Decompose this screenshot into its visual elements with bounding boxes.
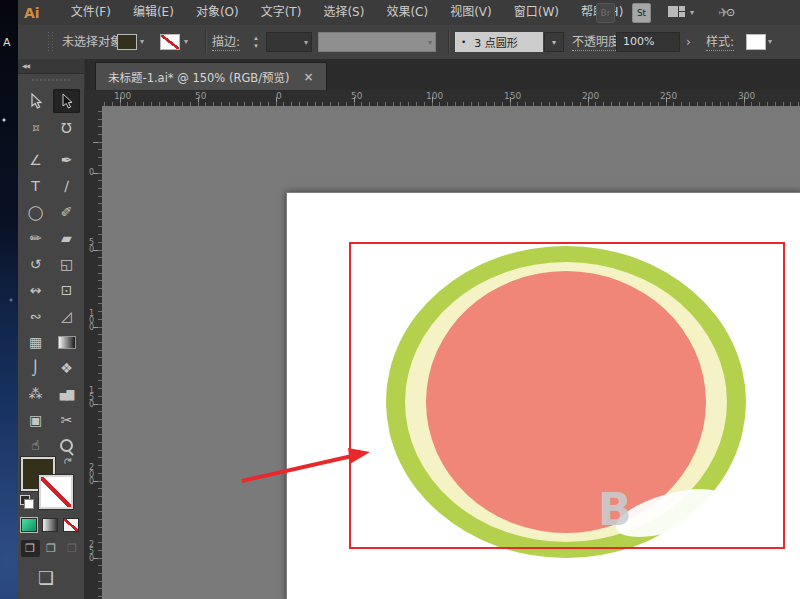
stroke-chevron-icon[interactable]: ▾ [184, 37, 188, 46]
stock-badge-icon[interactable]: St [632, 3, 651, 23]
column-graph-tool[interactable]: ▅▇ [53, 382, 80, 406]
tools-panel: ◀◀ ✧ Ω ∠ ✒ T ∕ ◯ [18, 59, 85, 599]
line-icon: ∕ [64, 178, 69, 194]
eraser-tool[interactable]: ▰ [53, 226, 80, 250]
mesh-icon: ▦ [29, 334, 42, 350]
brush-chevron-button[interactable]: ▾ [544, 32, 564, 52]
perspective-grid-tool[interactable]: ◿ [53, 304, 80, 328]
stroke-weight-stepper[interactable]: ▴▾ [250, 32, 262, 52]
document-tab-bar: 未标题-1.ai* @ 150% (RGB/预览) × [84, 59, 800, 90]
fill-chevron-icon[interactable]: ▾ [140, 37, 144, 46]
bridge-badge-icon[interactable]: Br [596, 3, 615, 23]
slice-tool[interactable]: ✂ [53, 408, 80, 432]
workspace-switcher-icon[interactable]: ▾ [668, 3, 694, 21]
panel-collapse-button[interactable]: ◀◀ [18, 59, 84, 74]
ruler-origin-corner[interactable] [84, 90, 103, 107]
brush-preview-dot: • [461, 37, 466, 47]
screen-mode-button[interactable]: ❏ [38, 567, 54, 588]
direct-selection-tool[interactable] [22, 89, 49, 113]
symbol-sprayer-tool[interactable]: ⁂ [22, 382, 49, 406]
magic-wand-icon: ✧ [26, 118, 46, 138]
menu-effect[interactable]: 效果(C) [375, 0, 439, 25]
share-button[interactable]: ✈ ⊙ [718, 3, 735, 21]
opacity-more-button[interactable]: › [686, 32, 698, 52]
ruler-tick-label: 200 [87, 463, 96, 484]
menu-bar: Ai 文件(F) 编辑(E) 对象(O) 文字(T) 选择(S) 效果(C) 视… [18, 0, 800, 26]
menu-select[interactable]: 选择(S) [312, 0, 375, 25]
panel-grip[interactable] [48, 32, 54, 52]
pen-tool[interactable]: ∠ [22, 148, 49, 172]
shape-builder-tool[interactable]: ∾ [22, 304, 49, 328]
eyedropper-tool[interactable]: ⌡ [22, 356, 49, 380]
panel-drag-handle[interactable] [32, 76, 70, 84]
ruler-tick-label: 300 [738, 91, 755, 101]
pen-icon: ∠ [29, 152, 42, 168]
magic-wand-tool[interactable]: ✧ [22, 116, 49, 140]
draw-normal-button[interactable]: ❐ [21, 540, 40, 557]
document-title: 未标题-1.ai* @ 150% (RGB/预览) [108, 69, 290, 85]
none-button[interactable] [63, 518, 79, 532]
selection-tool[interactable] [53, 89, 80, 113]
stepper-down-icon[interactable]: ▾ [254, 42, 258, 50]
hand-tool[interactable]: ☝ [22, 433, 49, 457]
gradient-button[interactable] [42, 518, 58, 532]
rotate-tool[interactable]: ↺ [22, 252, 49, 276]
menu-edit[interactable]: 编辑(E) [122, 0, 185, 25]
document-tab[interactable]: 未标题-1.ai* @ 150% (RGB/预览) × [95, 62, 327, 91]
gradient-tool[interactable] [53, 330, 80, 354]
stroke-weight-select[interactable]: ▾ [266, 32, 312, 52]
style-label[interactable]: 样式: [706, 25, 734, 59]
horizontal-ruler[interactable]: 100 50 0 50 100 150 200 250 300 [102, 90, 800, 107]
blend-tool[interactable]: ❖ [53, 356, 80, 380]
stroke-color-swatch[interactable] [160, 34, 180, 50]
ruler-tick-label: 50 [351, 91, 362, 101]
shape-builder-icon: ∾ [30, 308, 42, 324]
desktop-background: A [0, 0, 18, 599]
menu-window[interactable]: 窗口(W) [503, 0, 570, 25]
type-tool[interactable]: T [22, 174, 49, 198]
lasso-icon: Ω [61, 120, 72, 136]
send-icon: ✈ [717, 4, 730, 20]
paintbrush-icon: ✐ [61, 204, 73, 220]
tab-close-button[interactable]: × [304, 70, 314, 84]
ellipse-tool[interactable]: ◯ [22, 200, 49, 224]
blend-icon: ❖ [60, 360, 73, 376]
draw-inside-button[interactable]: ❐ [63, 540, 82, 557]
ruler-tick-label: 150 [504, 91, 521, 101]
canvas-area[interactable]: B [102, 106, 800, 599]
menu-items: 文件(F) 编辑(E) 对象(O) 文字(T) 选择(S) 效果(C) 视图(V… [60, 0, 635, 25]
lasso-tool[interactable]: Ω [53, 116, 80, 140]
chevron-down-icon: ▾ [690, 8, 694, 17]
paintbrush-tool[interactable]: ✐ [53, 200, 80, 224]
ruler-tick-label: 50 [87, 238, 96, 252]
stepper-up-icon[interactable]: ▴ [254, 34, 258, 42]
app-logo: Ai [24, 5, 40, 21]
stroke-weight-label[interactable]: 描边: [212, 25, 240, 59]
menu-type[interactable]: 文字(T) [250, 0, 313, 25]
opacity-input[interactable]: 100% [616, 32, 680, 52]
color-button[interactable] [21, 518, 37, 532]
fill-color-swatch[interactable] [117, 34, 137, 50]
gradient-icon [58, 336, 76, 349]
style-chevron-icon[interactable]: ▾ [768, 37, 772, 46]
free-transform-icon: ⊡ [61, 282, 73, 298]
style-swatch[interactable] [746, 34, 766, 50]
draw-behind-button[interactable]: ❐ [42, 540, 61, 557]
menu-file[interactable]: 文件(F) [60, 0, 122, 25]
pencil-tool[interactable]: ✏ [22, 226, 49, 250]
curvature-pen-tool[interactable]: ✒ [53, 148, 80, 172]
default-fill-stroke-icon[interactable] [20, 495, 34, 509]
stroke-color-box[interactable] [39, 475, 73, 509]
mesh-tool[interactable]: ▦ [22, 330, 49, 354]
line-segment-tool[interactable]: ∕ [53, 174, 80, 198]
ellipse-icon: ◯ [28, 204, 44, 220]
menu-object[interactable]: 对象(O) [185, 0, 250, 25]
brush-definition-select[interactable]: • 3 点圆形 [455, 32, 543, 52]
artboard-tool[interactable]: ▣ [22, 408, 49, 432]
free-transform-tool[interactable]: ⊡ [53, 278, 80, 302]
menu-view[interactable]: 视图(V) [439, 0, 503, 25]
scale-tool[interactable]: ◱ [53, 252, 80, 276]
ruler-tick-label: 200 [582, 91, 599, 101]
vertical-ruler[interactable]: 0 50 100 150 200 250 [84, 106, 103, 599]
width-tool[interactable]: ↭ [22, 278, 49, 302]
